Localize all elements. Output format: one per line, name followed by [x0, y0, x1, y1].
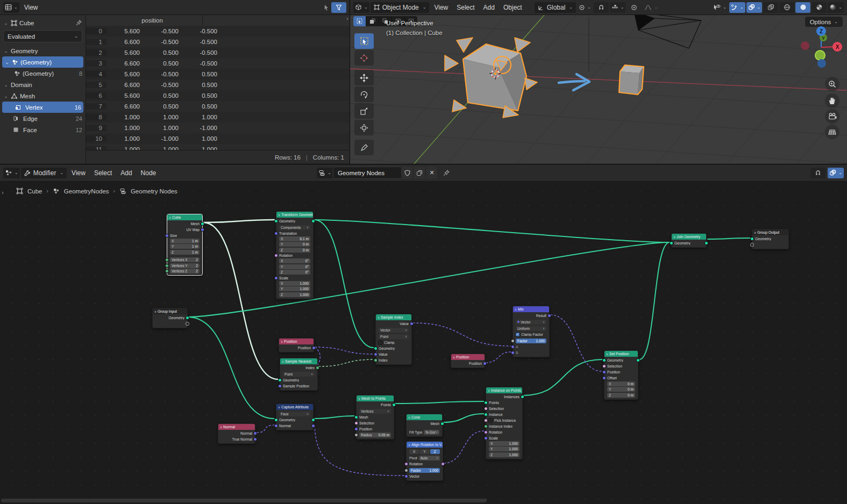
socket-vec[interactable] [511, 351, 514, 354]
node-header[interactable]: ∨Normal [218, 424, 255, 430]
collapse-caret-icon[interactable]: ∨ [169, 216, 171, 219]
socket-vec[interactable] [201, 228, 204, 231]
socket-vec[interactable] [312, 424, 315, 427]
socket-flo[interactable] [355, 434, 358, 436]
menu-select[interactable]: Select [453, 3, 478, 12]
node-row-x[interactable]: X1.000 [276, 280, 313, 286]
menu-view[interactable]: View [20, 3, 42, 12]
menu-view[interactable]: View [68, 168, 89, 178]
node-row-vector[interactable]: Vector∨ [513, 319, 549, 325]
dropdown[interactable]: Auto∨ [419, 456, 440, 460]
tool-move[interactable] [354, 70, 374, 85]
value-field[interactable]: X0° [279, 258, 310, 263]
overlays-toggle[interactable]: ⌄ [746, 2, 763, 13]
node-row-z[interactable]: Z0 m [604, 392, 638, 398]
snap-toggle-button[interactable] [594, 2, 609, 13]
node-row-fill-type[interactable]: Fill TypeN-Gon∨ [407, 429, 442, 435]
tool-cursor[interactable] [354, 50, 374, 66]
menu-view[interactable]: View [430, 3, 452, 12]
node-row-clamp-factor[interactable]: ✓Clamp Factor [513, 332, 549, 337]
node-header[interactable]: ∨Position [451, 354, 485, 360]
menu-node[interactable]: Node [137, 168, 160, 178]
column-header-position[interactable]: position [102, 15, 203, 26]
dropdown[interactable]: Vertices∨ [359, 409, 391, 414]
value-field[interactable]: Y0 m [279, 242, 310, 247]
dropdown[interactable]: Point∨ [379, 334, 409, 339]
node-row-x[interactable]: X1 m [167, 238, 202, 244]
node-group-output[interactable]: ∨Group OutputGeometry [752, 229, 789, 249]
socket-geo[interactable] [393, 404, 395, 406]
socket-vec[interactable] [254, 432, 257, 435]
shading-solid-button[interactable] [795, 2, 810, 13]
dropdown[interactable]: Vector∨ [379, 328, 409, 333]
sidebar-item-edge[interactable]: Edge24 [0, 113, 86, 124]
node-row-point[interactable]: Point∨ [376, 333, 411, 340]
select-mode-extend[interactable] [366, 16, 379, 26]
collapse-caret-icon[interactable]: ∨ [754, 231, 756, 234]
slider-field[interactable]: Factor1.000 [516, 339, 546, 343]
node-row-y[interactable]: Y1.000 [276, 286, 313, 292]
value-field[interactable]: Z1 m [170, 250, 200, 255]
shading-material-button[interactable] [812, 2, 827, 13]
mode-dropdown[interactable]: Object Mode ⌄ [371, 2, 430, 13]
axis-button-x[interactable]: X [409, 449, 419, 454]
zoom-button[interactable] [825, 77, 839, 91]
node-row-factor[interactable]: Factor1.000 [513, 337, 549, 344]
socket-geo[interactable] [637, 359, 639, 362]
socket-boo[interactable] [355, 422, 358, 424]
editor-type-button[interactable]: ⌄ [353, 2, 369, 13]
node-header[interactable]: ∨Join Geometry [672, 234, 706, 240]
node-header[interactable]: ∨Group Output [752, 229, 788, 235]
socket-int[interactable] [316, 366, 319, 369]
wireframe-cone[interactable] [634, 15, 701, 48]
copy-node-tree-button[interactable] [414, 167, 426, 179]
value-field[interactable]: Y0° [279, 264, 310, 269]
menu-select[interactable]: Select [90, 168, 116, 178]
node-row-z[interactable]: Z0 m [276, 247, 313, 253]
node-capture-attribute[interactable]: ∨Capture AttributeFace∨GeometryNormal [276, 404, 314, 430]
value-field[interactable]: X1 m [170, 239, 200, 243]
tool-scale[interactable] [354, 103, 374, 119]
collapse-caret-icon[interactable]: ∨ [408, 443, 410, 447]
geometry-child-row[interactable]: (Geometry) 8 [0, 68, 86, 79]
pin-icon[interactable] [443, 169, 450, 177]
collapse-caret-icon[interactable]: ∨ [281, 340, 283, 343]
shading-rendered-button[interactable]: ⌄ [828, 2, 844, 13]
pivot-point-button[interactable]: ⌄ [577, 2, 593, 13]
socket-rot[interactable] [405, 463, 408, 465]
axis-button-z[interactable]: Z [430, 449, 440, 454]
toggle-perspective-button[interactable] [825, 125, 839, 139]
menu-object[interactable]: Object [500, 3, 526, 12]
node-mode-dropdown[interactable]: Modifier ⌄ [21, 168, 67, 178]
socket-vec[interactable] [166, 234, 168, 237]
socket-geo[interactable] [485, 413, 487, 416]
socket-vec[interactable] [603, 377, 606, 379]
node-row-pick-instance[interactable]: Pick Instance [486, 417, 522, 423]
node-row-components[interactable]: Components∨ [276, 224, 313, 231]
node-row-y[interactable]: Y1.000 [486, 447, 522, 452]
select-mode-set[interactable] [353, 16, 366, 26]
socket-flo[interactable] [405, 469, 408, 472]
node-row-vertices[interactable]: Vertices∨ [357, 408, 394, 414]
collapse-caret-icon[interactable]: ∨ [606, 352, 608, 356]
node-header[interactable]: ∨Instance on Points [486, 387, 522, 393]
node-header[interactable]: ∨Cone [407, 414, 442, 420]
socket-vec[interactable] [405, 475, 408, 478]
socket-vec[interactable] [548, 314, 551, 317]
node-tree-name-field[interactable]: Geometry Nodes [333, 167, 401, 179]
collapse-caret-icon[interactable]: ∨ [453, 356, 455, 359]
pointer-filter-icon[interactable] [323, 4, 330, 11]
socket-rot[interactable] [275, 254, 277, 257]
horizontal-scrollbar[interactable] [0, 499, 847, 502]
socket-vec[interactable] [279, 385, 281, 387]
node-row-point[interactable]: Point∨ [280, 371, 317, 377]
value-field[interactable]: Y1.000 [279, 286, 310, 291]
socket-vec[interactable] [410, 322, 413, 325]
tool-transform[interactable] [354, 120, 374, 135]
socket-geo[interactable] [521, 395, 524, 398]
socket-vec[interactable] [355, 428, 358, 430]
socket-geo[interactable] [355, 416, 358, 419]
value-field[interactable]: Z1.000 [279, 292, 310, 297]
value-field[interactable]: Y1.000 [489, 447, 519, 451]
dropdown[interactable]: Uniform∨ [516, 326, 546, 331]
